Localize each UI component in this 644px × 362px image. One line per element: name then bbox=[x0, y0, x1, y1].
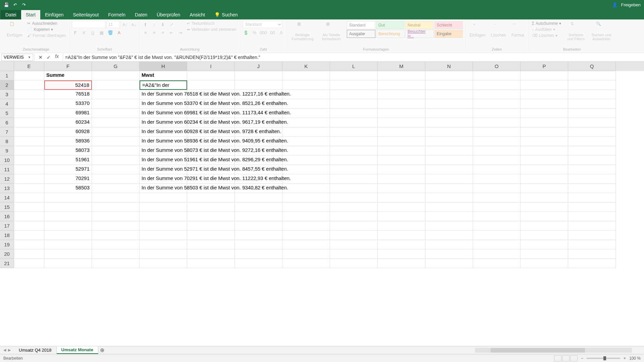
cell-K4[interactable] bbox=[282, 99, 330, 109]
col-header-G[interactable]: G bbox=[92, 62, 140, 71]
cell-L2[interactable] bbox=[330, 80, 378, 90]
indent-increase-icon[interactable]: ⇥ bbox=[177, 29, 184, 36]
cell-N20[interactable] bbox=[425, 249, 473, 259]
align-middle-icon[interactable]: ↕ bbox=[151, 21, 158, 28]
row-header-13[interactable]: 13 bbox=[0, 184, 14, 193]
cell-P21[interactable] bbox=[521, 259, 568, 268]
cell-O13[interactable] bbox=[473, 184, 521, 193]
col-header-I[interactable]: I bbox=[187, 62, 235, 71]
style-schlecht[interactable]: Schlecht bbox=[434, 21, 463, 29]
cell-F11[interactable]: 52971 bbox=[44, 165, 92, 174]
cell-M6[interactable] bbox=[378, 118, 425, 127]
cell-K21[interactable] bbox=[282, 259, 330, 268]
cell-N18[interactable] bbox=[425, 231, 473, 240]
style-ausgabe[interactable]: Ausgabe bbox=[347, 30, 375, 38]
delete-cell-button[interactable]: －Löschen bbox=[489, 21, 508, 38]
cell-N9[interactable] bbox=[425, 146, 473, 156]
conditional-format-button[interactable]: ▦Bedingte Formatierung bbox=[289, 21, 316, 42]
cell-L13[interactable] bbox=[330, 184, 378, 193]
cell-E18[interactable] bbox=[14, 231, 44, 240]
cell-Q16[interactable] bbox=[568, 212, 616, 221]
cell-P5[interactable] bbox=[521, 109, 568, 118]
cell-E7[interactable] bbox=[14, 127, 44, 137]
cell-Q1[interactable] bbox=[568, 71, 616, 80]
row-header-3[interactable]: 3 bbox=[0, 90, 14, 99]
cell-N19[interactable] bbox=[425, 240, 473, 249]
cell-G17[interactable] bbox=[92, 221, 140, 231]
cell-N21[interactable] bbox=[425, 259, 473, 268]
cell-H14[interactable] bbox=[140, 193, 187, 202]
zoom-out-icon[interactable]: − bbox=[581, 356, 583, 361]
cell-P1[interactable] bbox=[521, 71, 568, 80]
cell-G7[interactable] bbox=[92, 127, 140, 137]
row-header-14[interactable]: 14 bbox=[0, 193, 14, 202]
cell-H5[interactable]: In der Summe von 69981 € ist die Mwst vo… bbox=[140, 109, 187, 118]
cell-H8[interactable]: In der Summe von 58936 € ist die Mwst vo… bbox=[140, 137, 187, 146]
align-left-icon[interactable]: ≡ bbox=[142, 29, 149, 36]
cell-H18[interactable] bbox=[140, 231, 187, 240]
cell-K1[interactable] bbox=[282, 71, 330, 80]
cell-J15[interactable] bbox=[235, 202, 282, 212]
row-header-12[interactable]: 12 bbox=[0, 174, 14, 184]
cell-H7[interactable]: In der Summe von 60928 € ist die Mwst vo… bbox=[140, 127, 187, 137]
cell-M11[interactable] bbox=[378, 165, 425, 174]
align-bottom-icon[interactable]: ⬇ bbox=[159, 21, 167, 28]
cell-L6[interactable] bbox=[330, 118, 378, 127]
cell-F15[interactable] bbox=[44, 202, 92, 212]
cell-H17[interactable] bbox=[140, 221, 187, 231]
cell-H19[interactable] bbox=[140, 240, 187, 249]
align-center-icon[interactable]: ≡ bbox=[151, 29, 158, 36]
cell-K20[interactable] bbox=[282, 249, 330, 259]
cell-P11[interactable] bbox=[521, 165, 568, 174]
cell-H16[interactable] bbox=[140, 212, 187, 221]
cell-K11[interactable] bbox=[282, 165, 330, 174]
cell-H1[interactable]: Mwst bbox=[140, 71, 187, 80]
cell-I16[interactable] bbox=[187, 212, 235, 221]
col-header-N[interactable]: N bbox=[425, 62, 473, 71]
cell-P17[interactable] bbox=[521, 221, 568, 231]
cell-H2[interactable]: =A2&"In der bbox=[140, 80, 187, 90]
cell-L18[interactable] bbox=[330, 231, 378, 240]
cell-Q10[interactable] bbox=[568, 156, 616, 165]
cell-H20[interactable] bbox=[140, 249, 187, 259]
cell-I21[interactable] bbox=[187, 259, 235, 268]
cell-M16[interactable] bbox=[378, 212, 425, 221]
cell-P8[interactable] bbox=[521, 137, 568, 146]
cell-J18[interactable] bbox=[235, 231, 282, 240]
cell-H4[interactable]: In der Summe von 53370 € ist die Mwst vo… bbox=[140, 99, 187, 109]
tab-seitenlayout[interactable]: Seitenlayout bbox=[68, 10, 104, 19]
cell-H10[interactable]: In der Summe von 51961 € ist die Mwst vo… bbox=[140, 156, 187, 165]
sheet-tab-2[interactable]: Umsatz Monate bbox=[57, 346, 98, 354]
cell-E5[interactable] bbox=[14, 109, 44, 118]
cell-J2[interactable] bbox=[235, 80, 282, 90]
row-header-4[interactable]: 4 bbox=[0, 99, 14, 109]
accept-formula-icon[interactable]: ✓ bbox=[45, 54, 52, 61]
cell-M12[interactable] bbox=[378, 174, 425, 184]
cell-K19[interactable] bbox=[282, 240, 330, 249]
border-button[interactable]: ▦ bbox=[98, 29, 105, 36]
italic-button[interactable]: K bbox=[80, 29, 88, 36]
cell-Q6[interactable] bbox=[568, 118, 616, 127]
cell-P18[interactable] bbox=[521, 231, 568, 240]
sheet-tab-1[interactable]: Umsatz Q4 2018 bbox=[14, 347, 57, 354]
cell-G9[interactable] bbox=[92, 146, 140, 156]
cell-F20[interactable] bbox=[44, 249, 92, 259]
cell-K9[interactable] bbox=[282, 146, 330, 156]
cell-G11[interactable] bbox=[92, 165, 140, 174]
col-header-K[interactable]: K bbox=[282, 62, 330, 71]
cell-H15[interactable] bbox=[140, 202, 187, 212]
cell-I20[interactable] bbox=[187, 249, 235, 259]
cell-M13[interactable] bbox=[378, 184, 425, 193]
cell-I2[interactable] bbox=[187, 80, 235, 90]
share-button[interactable]: Freigeben bbox=[621, 2, 641, 7]
cell-E10[interactable] bbox=[14, 156, 44, 165]
orientation-icon[interactable]: ⤢ bbox=[168, 21, 175, 28]
col-header-H[interactable]: H bbox=[140, 62, 187, 71]
cell-E8[interactable] bbox=[14, 137, 44, 146]
cell-O9[interactable] bbox=[473, 146, 521, 156]
row-header-8[interactable]: 8 bbox=[0, 137, 14, 146]
cell-M17[interactable] bbox=[378, 221, 425, 231]
tab-file[interactable]: Datei bbox=[1, 10, 21, 19]
cell-F13[interactable]: 58503 bbox=[44, 184, 92, 193]
cell-L15[interactable] bbox=[330, 202, 378, 212]
